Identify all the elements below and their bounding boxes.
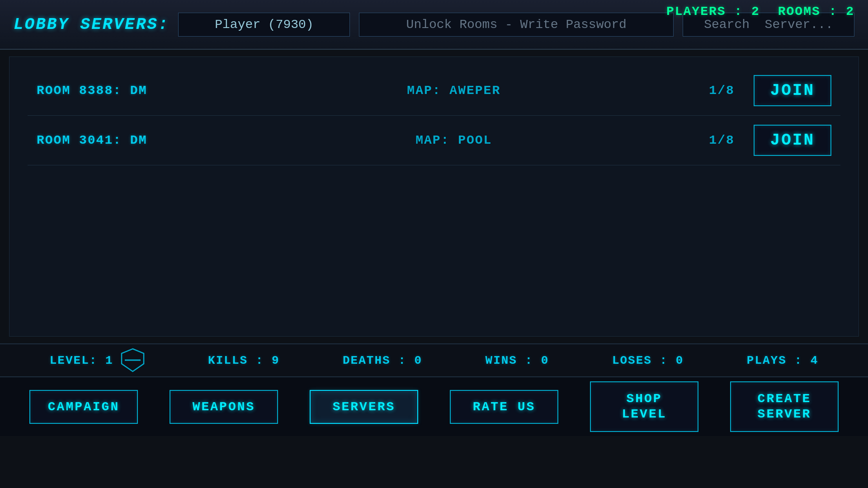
lobby-title: LOBBY SERVERS: <box>14 15 169 34</box>
room-name-1: ROOM 8388: DM <box>37 84 208 98</box>
room-name-2: ROOM 3041: DM <box>37 133 208 147</box>
main-area: ROOM 8388: DM MAP: AWEPER 1/8 JOIN ROOM … <box>9 56 859 337</box>
stat-kills: KILLS : 9 <box>208 354 279 367</box>
rate-us-button[interactable]: RATE US <box>450 390 558 424</box>
rooms-count: ROOMS : 2 <box>778 5 854 19</box>
stat-deaths: DEATHS : 0 <box>343 354 422 367</box>
servers-button[interactable]: SERVERS <box>310 390 418 424</box>
join-button-1[interactable]: JOIN <box>754 75 831 106</box>
top-stats: PLAYERS : 2 ROOMS : 2 <box>666 5 854 19</box>
level-label: LEVEL: 1 <box>50 354 113 367</box>
create-server-button[interactable]: CREATESERVER <box>730 381 839 432</box>
table-row: ROOM 3041: DM MAP: POOL 1/8 JOIN <box>28 116 840 165</box>
stats-bar: LEVEL: 1 KILLS : 9 DEATHS : 0 WINS : 0 L… <box>0 343 868 377</box>
stat-level: LEVEL: 1 <box>50 348 145 373</box>
bottom-bar: CAMPAIGN WEAPONS SERVERS RATE US SHOPLEV… <box>0 377 868 436</box>
player-name-input[interactable] <box>178 13 350 37</box>
password-input[interactable] <box>359 13 674 37</box>
top-header: LOBBY SERVERS: PLAYERS : 2 ROOMS : 2 <box>0 0 868 50</box>
join-button-2[interactable]: JOIN <box>754 125 831 156</box>
weapons-button[interactable]: WEAPONS <box>170 390 278 424</box>
room-map-2: MAP: POOL <box>217 133 690 147</box>
stat-loses: LOSES : 0 <box>612 354 684 367</box>
room-list: ROOM 8388: DM MAP: AWEPER 1/8 JOIN ROOM … <box>9 57 859 174</box>
shop-level-button[interactable]: SHOPLEVEL <box>590 381 698 432</box>
level-badge <box>120 348 145 373</box>
room-players-2: 1/8 <box>699 133 745 147</box>
table-row: ROOM 8388: DM MAP: AWEPER 1/8 JOIN <box>28 66 840 116</box>
room-map-1: MAP: AWEPER <box>217 84 690 98</box>
stat-plays: PLAYS : 4 <box>747 354 818 367</box>
campaign-button[interactable]: CAMPAIGN <box>29 390 138 424</box>
stat-wins: WINS : 0 <box>486 354 549 367</box>
room-players-1: 1/8 <box>699 84 745 98</box>
players-count: PLAYERS : 2 <box>666 5 760 19</box>
